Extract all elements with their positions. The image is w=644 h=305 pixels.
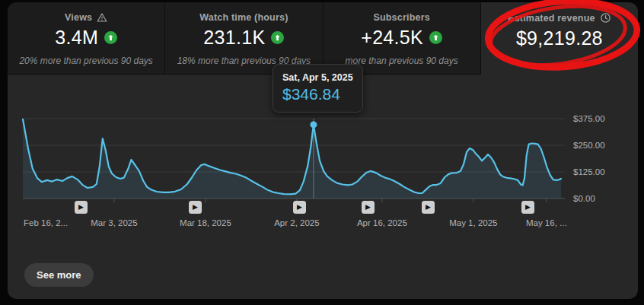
video-marker-button[interactable]: ▶ <box>362 201 375 214</box>
tooltip-value: $346.84 <box>282 85 353 103</box>
y-axis-label: $375.00 <box>573 114 605 123</box>
revenue-chart[interactable]: $375.00$250.00$125.00$0.00Feb 16, 2...Ma… <box>0 0 644 305</box>
tooltip-date: Sat, Apr 5, 2025 <box>282 72 353 83</box>
x-axis-label: Apr 2, 2025 <box>274 218 319 227</box>
x-axis-label: Apr 16, 2025 <box>357 218 407 227</box>
hover-point <box>310 121 317 128</box>
chart-tooltip: Sat, Apr 5, 2025 $346.84 <box>273 64 363 113</box>
see-more-button[interactable]: See more <box>24 263 94 287</box>
y-axis-label: $125.00 <box>573 167 605 176</box>
video-marker-button[interactable]: ▶ <box>293 201 306 214</box>
y-axis-label: $250.00 <box>573 141 605 150</box>
x-axis-label: Feb 16, 2... <box>24 218 68 227</box>
x-axis-label: Mar 18, 2025 <box>180 218 231 227</box>
y-axis-label: $0.00 <box>573 194 595 203</box>
video-marker-button[interactable]: ▶ <box>521 201 534 214</box>
play-icon: ▶ <box>297 204 302 211</box>
video-marker-button[interactable]: ▶ <box>75 201 88 214</box>
play-icon: ▶ <box>426 204 431 211</box>
play-icon: ▶ <box>365 204 371 211</box>
video-marker-button[interactable]: ▶ <box>189 201 202 214</box>
play-icon: ▶ <box>193 204 198 211</box>
x-axis-label: May 16, ... <box>526 218 567 227</box>
play-icon: ▶ <box>525 204 531 211</box>
x-axis-label: May 1, 2025 <box>449 218 497 227</box>
youtube-studio-analytics-page: Views 3.4M 20% more than previous 90 day… <box>0 0 644 305</box>
play-icon: ▶ <box>78 204 84 211</box>
x-axis-label: Mar 3, 2025 <box>91 218 137 227</box>
video-marker-button[interactable]: ▶ <box>422 201 435 214</box>
